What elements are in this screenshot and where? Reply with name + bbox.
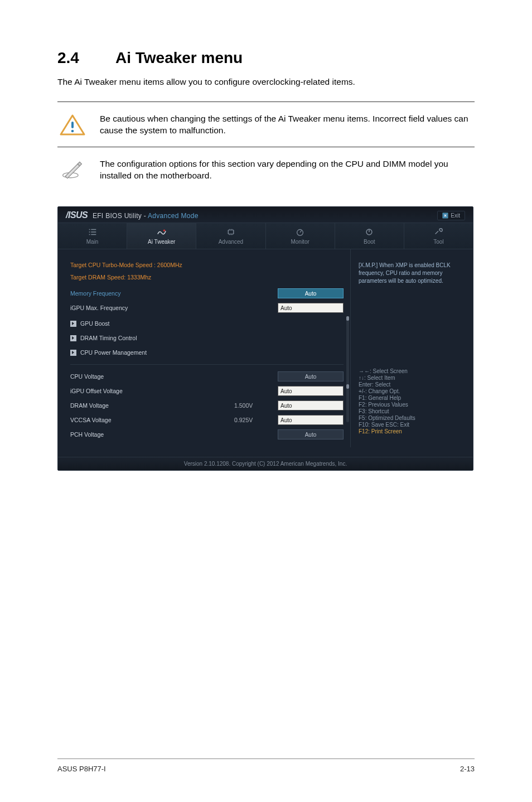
- heading-title: Ai Tweaker menu: [115, 49, 243, 66]
- tab-tool-label: Tool: [433, 239, 443, 245]
- svg-point-1: [71, 130, 74, 133]
- key-item: ↑↓: Select Item: [359, 375, 465, 381]
- exit-label: Exit: [451, 212, 460, 219]
- chevron-right-icon: [70, 335, 76, 341]
- tab-monitor[interactable]: Monitor: [266, 223, 335, 249]
- igpu-offset-label: iGPU Offset Voltage: [70, 388, 234, 394]
- bios-content: Target CPU Turbo-Mode Speed : 2600MHz Ta…: [58, 249, 473, 447]
- chip-icon: [226, 228, 236, 236]
- memory-frequency-label: Memory Frequency: [70, 290, 234, 297]
- dram-timing-label: DRAM Timing Control: [80, 335, 137, 341]
- pch-voltage-value[interactable]: Auto: [278, 429, 344, 439]
- bios-title-mode: Advanced Mode: [148, 212, 199, 220]
- pch-voltage-label: PCH Voltage: [70, 431, 234, 438]
- monitor-icon: [295, 228, 305, 236]
- pch-voltage-row[interactable]: PCH Voltage Auto: [70, 427, 344, 442]
- key-f1: F1: General Help: [359, 395, 465, 401]
- key-enter: Enter: Select: [359, 381, 465, 388]
- key-f2: F2: Previous Values: [359, 402, 465, 408]
- bios-footer: Version 2.10.1208. Copyright (C) 2012 Am…: [58, 457, 473, 470]
- scrollbar[interactable]: [346, 316, 349, 422]
- svg-point-4: [163, 230, 165, 232]
- page-heading: 2.4Ai Tweaker menu: [57, 49, 475, 67]
- scroll-up-icon: [346, 316, 349, 321]
- caution-icon: [57, 112, 88, 138]
- power-icon: [364, 228, 374, 236]
- vccsa-voltage-row[interactable]: VCCSA Voltage 0.925V Auto: [70, 413, 344, 427]
- igpu-offset-row[interactable]: iGPU Offset Voltage Auto: [70, 384, 344, 398]
- asus-logo: /ISUS: [66, 210, 88, 220]
- key-f12: F12: Print Screen: [359, 428, 465, 434]
- intro-text: The Ai Tweaker menu items allow you to c…: [57, 77, 475, 87]
- bios-header: /ISUS EFI BIOS Utility - Advanced Mode E…: [58, 207, 473, 223]
- vccsa-voltage-reading: 0.925V: [234, 417, 278, 423]
- footer-left: ASUS P8H77-I: [57, 765, 106, 773]
- svg-rect-5: [228, 230, 233, 234]
- tab-bar: Main Ai Tweaker Advanced Monitor Boot To…: [58, 223, 473, 249]
- igpu-max-value[interactable]: Auto: [278, 303, 344, 313]
- tab-aitweaker[interactable]: Ai Tweaker: [127, 223, 196, 249]
- vccsa-voltage-label: VCCSA Voltage: [70, 417, 234, 423]
- svg-rect-0: [71, 122, 74, 128]
- pen-icon: [57, 157, 88, 183]
- cpu-voltage-value[interactable]: Auto: [278, 371, 344, 381]
- gpu-boost-submenu[interactable]: GPU Boost: [70, 317, 344, 330]
- key-f5: F5: Optimized Defaults: [359, 415, 465, 421]
- tab-advanced-label: Advanced: [219, 239, 243, 245]
- tab-advanced[interactable]: Advanced: [196, 223, 265, 249]
- info-text: The configuration options for this secti…: [100, 157, 475, 182]
- gpu-boost-label: GPU Boost: [80, 320, 110, 327]
- bios-title: /ISUS EFI BIOS Utility - Advanced Mode: [66, 210, 199, 220]
- tab-monitor-label: Monitor: [291, 239, 309, 245]
- caution-note: Be cautious when changing the settings o…: [57, 102, 475, 147]
- key-legend: →←: Select Screen ↑↓: Select Item Enter:…: [359, 368, 465, 435]
- igpu-max-label: iGPU Max. Frequency: [70, 305, 234, 311]
- tab-main[interactable]: Main: [58, 223, 127, 249]
- page-footer: ASUS P8H77-I 2-13: [57, 758, 475, 773]
- cpu-power-label: CPU Power Management: [80, 349, 147, 356]
- help-pane: [X.M.P.] When XMP is enabled BCLK freque…: [350, 249, 473, 447]
- tab-boot[interactable]: Boot: [335, 223, 404, 249]
- heading-number: 2.4: [57, 49, 115, 67]
- cpu-voltage-row[interactable]: CPU Voltage Auto: [70, 369, 344, 384]
- key-change: +/-: Change Opt.: [359, 388, 465, 394]
- dram-voltage-reading: 1.500V: [234, 402, 278, 409]
- key-f10: F10: Save ESC: Exit: [359, 422, 465, 428]
- tab-tool[interactable]: Tool: [404, 223, 473, 249]
- list-icon: [88, 228, 98, 236]
- settings-pane: Target CPU Turbo-Mode Speed : 2600MHz Ta…: [58, 249, 350, 447]
- dram-voltage-label: DRAM Voltage: [70, 402, 234, 409]
- info-note: The configuration options for this secti…: [57, 147, 475, 192]
- memory-frequency-value[interactable]: Auto: [278, 288, 344, 298]
- help-text: [X.M.P.] When XMP is enabled BCLK freque…: [359, 262, 465, 368]
- tab-aitweaker-label: Ai Tweaker: [148, 239, 175, 245]
- footer-right: 2-13: [460, 765, 475, 773]
- cpu-power-submenu[interactable]: CPU Power Management: [70, 346, 344, 359]
- dram-voltage-value[interactable]: Auto: [278, 400, 344, 410]
- chevron-right-icon: [70, 350, 76, 356]
- igpu-max-row[interactable]: iGPU Max. Frequency Auto: [70, 301, 344, 315]
- target-cpu-info: Target CPU Turbo-Mode Speed : 2600MHz: [70, 262, 344, 268]
- bios-title-prefix: EFI BIOS Utility -: [93, 212, 148, 220]
- scroll-down-icon: [346, 384, 349, 389]
- separator: [70, 364, 344, 365]
- tweaker-icon: [157, 228, 167, 236]
- dram-timing-submenu[interactable]: DRAM Timing Control: [70, 332, 344, 344]
- key-screen: →←: Select Screen: [359, 368, 465, 374]
- tool-icon: [433, 228, 443, 236]
- exit-button[interactable]: Exit: [437, 211, 465, 220]
- bios-screenshot: /ISUS EFI BIOS Utility - Advanced Mode E…: [57, 206, 473, 471]
- caution-text: Be cautious when changing the settings o…: [100, 112, 475, 137]
- tab-main-label: Main: [86, 239, 99, 245]
- chevron-right-icon: [70, 321, 76, 327]
- exit-icon: [442, 212, 448, 219]
- target-dram-info: Target DRAM Speed: 1333Mhz: [70, 274, 344, 281]
- cpu-voltage-label: CPU Voltage: [70, 373, 234, 380]
- memory-frequency-row[interactable]: Memory Frequency Auto: [70, 286, 344, 301]
- tab-boot-label: Boot: [364, 239, 375, 245]
- vccsa-voltage-value[interactable]: Auto: [278, 415, 344, 425]
- key-f3: F3: Shortcut: [359, 408, 465, 414]
- igpu-offset-value[interactable]: Auto: [278, 386, 344, 396]
- dram-voltage-row[interactable]: DRAM Voltage 1.500V Auto: [70, 398, 344, 413]
